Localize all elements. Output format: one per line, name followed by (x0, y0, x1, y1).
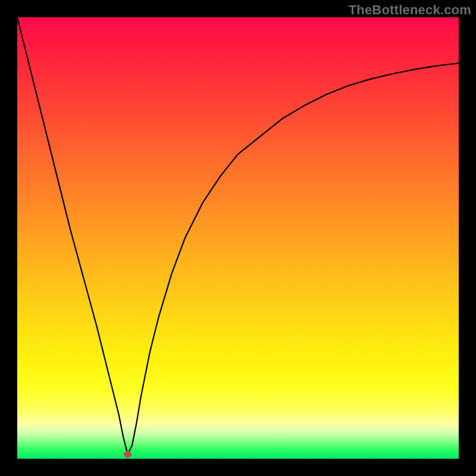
chart-frame: TheBottleneck.com (0, 0, 476, 476)
minimum-marker (124, 452, 131, 458)
bottleneck-curve (17, 17, 459, 455)
plot-area (17, 17, 459, 459)
curve-svg (17, 17, 459, 459)
watermark-text: TheBottleneck.com (349, 2, 471, 18)
